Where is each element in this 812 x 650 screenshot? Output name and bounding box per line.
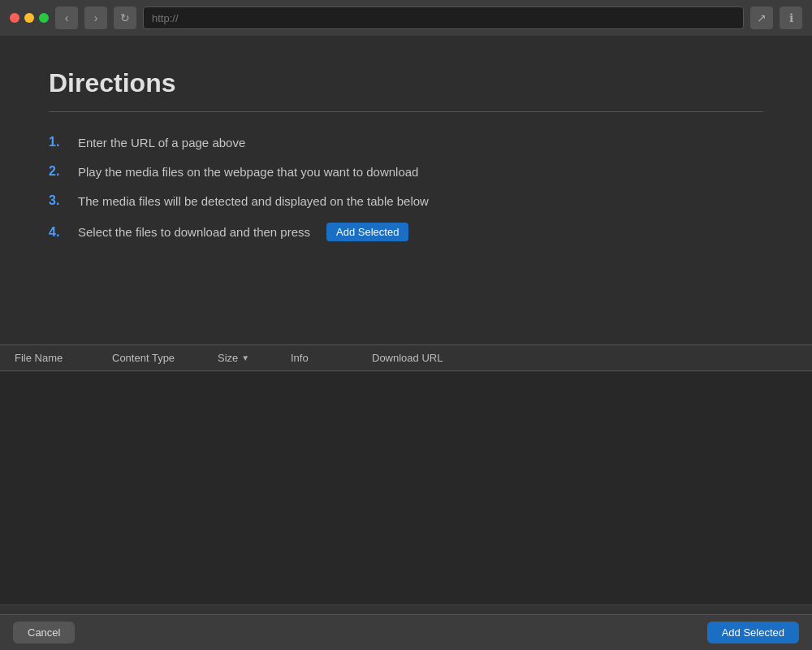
footer: Cancel Add Selected [0,614,812,650]
table-header: File Name Content Type Size ▼ Info Downl… [0,345,812,371]
forward-button[interactable]: › [84,6,107,29]
step-text: Play the media files on the webpage that… [78,165,418,179]
column-header-filename: File Name [8,352,106,364]
share-button[interactable]: ↗ [750,6,773,29]
reload-button[interactable]: ↻ [114,6,136,29]
list-item: 1. Enter the URL of a page above [49,135,763,150]
titlebar: ‹ › ↻ ↗ ℹ [0,0,812,36]
step-number: 4. [49,225,65,240]
directions-list: 1. Enter the URL of a page above 2. Play… [49,135,763,241]
sort-icon: ▼ [241,353,249,362]
list-item: 2. Play the media files on the webpage t… [49,164,763,179]
add-selected-button[interactable]: Add Selected [707,622,799,644]
step-text: Enter the URL of a page above [78,136,245,150]
url-input[interactable] [143,6,744,29]
traffic-lights [10,13,49,23]
info-button[interactable]: ℹ [780,6,802,29]
step-text: Select the files to download and then pr… [78,225,310,239]
column-header-size[interactable]: Size ▼ [211,352,284,364]
maximize-button[interactable] [39,13,49,23]
table-body [0,371,812,605]
minimize-button[interactable] [24,13,34,23]
step-number: 2. [49,164,65,179]
main-content: Directions 1. Enter the URL of a page ab… [0,36,812,344]
close-button[interactable] [10,13,19,23]
list-item: 3. The media files will be detected and … [49,193,763,208]
column-header-info: Info [284,352,365,364]
table-area: File Name Content Type Size ▼ Info Downl… [0,344,812,605]
step-number: 1. [49,135,65,150]
divider [49,111,763,112]
column-header-content-type: Content Type [106,352,211,364]
size-label: Size [218,352,238,364]
list-item: 4. Select the files to download and then… [49,223,763,241]
step-number: 3. [49,193,65,208]
step-text: The media files will be detected and dis… [78,194,429,208]
column-header-download-url: Download URL [365,352,804,364]
add-selected-inline-button[interactable]: Add Selected [326,223,408,241]
back-button[interactable]: ‹ [55,6,78,29]
cancel-button[interactable]: Cancel [13,622,75,644]
page-title: Directions [49,68,763,98]
horizontal-scrollbar[interactable] [0,604,812,614]
